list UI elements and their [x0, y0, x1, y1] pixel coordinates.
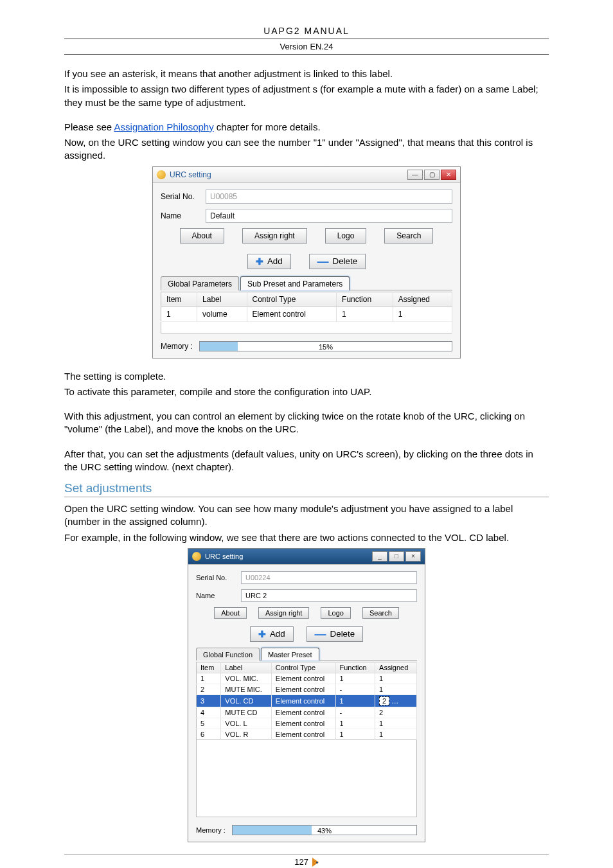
assign-right-button[interactable]: Assign right — [258, 607, 309, 619]
logo-button[interactable]: Logo — [321, 607, 350, 619]
col-label[interactable]: Label — [221, 662, 272, 673]
table-row[interactable]: 1VOL. MIC.Element control11 — [197, 673, 417, 684]
cell-func: 1 — [335, 729, 375, 740]
table-row[interactable]: 3VOL. CDElement control12 … — [197, 695, 417, 707]
cell-label: VOL. R — [221, 729, 272, 740]
app-icon — [157, 170, 166, 179]
assign-right-button[interactable]: Assign right — [242, 228, 307, 244]
tab-global-parameters[interactable]: Global Parameters — [161, 276, 239, 290]
cell-label: MUTE MIC. — [221, 684, 272, 695]
about-button[interactable]: About — [214, 607, 247, 619]
delete-label: Delete — [330, 629, 355, 639]
paragraph: Now, on the URC setting window you can s… — [64, 136, 549, 163]
delete-button[interactable]: —Delete — [309, 254, 366, 269]
search-button[interactable]: Search — [362, 607, 399, 619]
urc-setting-window-2: URC setting _ □ × Serial No. U00224 Name… — [188, 548, 425, 842]
table-row[interactable]: 4MUTE CDElement control-2 — [197, 707, 417, 718]
table-row[interactable]: 2MUTE MIC.Element control-1 — [197, 684, 417, 695]
tab-sub-preset-and-parameters[interactable]: Sub Preset and Parameters — [240, 276, 350, 290]
close-button[interactable]: × — [405, 551, 421, 562]
text: chapter for more details. — [214, 121, 321, 132]
cell-label: MUTE CD — [221, 707, 272, 718]
cell-item: 4 — [197, 707, 221, 718]
paragraph: It is impossible to assign two different… — [64, 83, 549, 109]
cell-assigned: 1 — [375, 684, 417, 695]
cell-assigned: 2 … — [375, 695, 417, 707]
tabs: Global Parameters Sub Preset and Paramet… — [161, 276, 452, 290]
add-button[interactable]: ✚Add — [247, 254, 291, 269]
plus-icon: ✚ — [258, 629, 266, 639]
cell-func: 1 — [335, 718, 375, 729]
name-label: Name — [196, 592, 241, 599]
about-button[interactable]: About — [180, 228, 224, 244]
col-item[interactable]: Item — [197, 662, 221, 673]
name-input[interactable]: URC 2 — [241, 589, 417, 602]
add-button[interactable]: ✚Add — [250, 626, 294, 642]
close-button[interactable]: ✕ — [441, 170, 456, 180]
col-assigned[interactable]: Assigned — [393, 292, 452, 306]
assignation-philosophy-link[interactable]: Assignation Philosophy — [114, 121, 214, 132]
logo-button[interactable]: Logo — [325, 228, 367, 244]
cell-func: - — [335, 707, 375, 718]
page-footer: 127 — [64, 854, 549, 867]
cell-assigned: 1 — [375, 729, 417, 740]
delete-label: Delete — [333, 256, 358, 266]
plus-icon: ✚ — [256, 256, 263, 267]
minus-icon: — — [317, 258, 329, 265]
cell-item: 3 — [197, 695, 221, 707]
cell-func: - — [335, 684, 375, 695]
cell-item: 1 — [197, 673, 221, 684]
cell-assigned: 1 — [393, 306, 452, 321]
footer-logo-icon — [312, 858, 319, 867]
paragraph: The setting is complete. — [64, 370, 549, 383]
table-row[interactable]: 5VOL. LElement control11 — [197, 718, 417, 729]
tab-global-function[interactable]: Global Function — [196, 648, 260, 660]
name-input[interactable]: Default — [206, 209, 452, 223]
minimize-button[interactable]: — — [407, 170, 423, 180]
col-function[interactable]: Function — [335, 662, 375, 673]
title-bar: URC setting _ □ × — [188, 549, 425, 565]
cell-function: 1 — [337, 306, 393, 321]
cell-ctype: Element control — [271, 673, 335, 684]
paragraph: Open the URC setting window. You can see… — [64, 502, 549, 529]
paragraph: With this adjustment, you can control an… — [64, 410, 549, 436]
cell-label: VOL. CD — [221, 695, 272, 707]
window-title: URC setting — [205, 553, 371, 560]
cell-control-type: Element control — [247, 306, 337, 321]
paragraph: Please see Assignation Philosophy chapte… — [64, 121, 549, 134]
section-heading-set-adjustments: Set adjustments — [64, 481, 549, 497]
table-row[interactable]: 1 volume Element control 1 1 — [161, 306, 452, 321]
minimize-button[interactable]: _ — [372, 551, 387, 562]
title-bar: URC setting — ▢ ✕ — [153, 167, 460, 183]
table-row[interactable]: 6VOL. RElement control11 — [197, 729, 417, 740]
cell-func: 1 — [335, 673, 375, 684]
table-empty-space — [196, 740, 417, 817]
serial-no-input[interactable]: U00224 — [241, 571, 417, 584]
col-control-type[interactable]: Control Type — [271, 662, 335, 673]
serial-no-input[interactable]: U00085 — [206, 190, 452, 204]
tab-master-preset[interactable]: Master Preset — [261, 648, 319, 660]
paragraph: After that, you can set the adjustments … — [64, 448, 549, 474]
cell-item: 6 — [197, 729, 221, 740]
col-function[interactable]: Function — [337, 292, 393, 306]
col-label[interactable]: Label — [197, 292, 247, 306]
memory-percent: 43% — [317, 826, 332, 836]
text: Please see — [64, 121, 114, 132]
window-title: URC setting — [170, 170, 406, 179]
cell-assigned: 1 — [375, 673, 417, 684]
col-assigned[interactable]: Assigned — [375, 662, 417, 673]
delete-button[interactable]: —Delete — [306, 626, 364, 642]
serial-no-label: Serial No. — [196, 574, 241, 581]
col-control-type[interactable]: Control Type — [247, 292, 337, 306]
memory-bar: 43% — [232, 825, 417, 835]
search-button[interactable]: Search — [384, 228, 433, 244]
cell-label: VOL. MIC. — [221, 673, 272, 684]
cell-label: VOL. L — [221, 718, 272, 729]
cell-ctype: Element control — [271, 718, 335, 729]
maximize-button[interactable]: □ — [389, 551, 404, 562]
col-item[interactable]: Item — [161, 292, 197, 306]
paragraph: If you see an asterisk, it means that an… — [64, 67, 549, 80]
maximize-button[interactable]: ▢ — [424, 170, 440, 180]
memory-percent: 15% — [319, 342, 333, 352]
memory-bar: 15% — [199, 341, 452, 351]
